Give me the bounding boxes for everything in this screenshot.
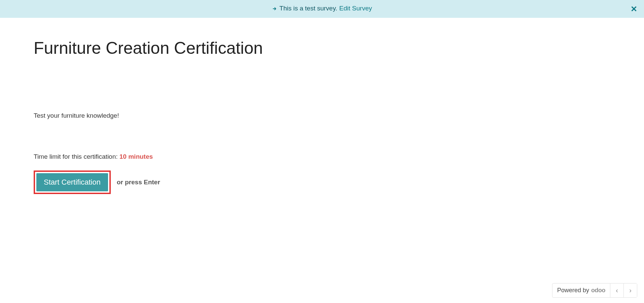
close-icon: ✕ [631,4,637,13]
close-banner-button[interactable]: ✕ [631,5,637,13]
footer-widget: Powered by odoo ‹ › [552,283,637,298]
time-limit-value: 10 minutes [120,153,153,160]
powered-by-text: Powered by [557,287,589,294]
arrow-right-icon [272,6,277,11]
time-limit-text: Time limit for this certification: 10 mi… [34,153,370,160]
chevron-right-icon: › [629,287,632,294]
odoo-logo[interactable]: odoo [591,287,605,294]
main-content: Furniture Creation Certification Test yo… [0,18,404,214]
chevron-left-icon: ‹ [616,287,618,294]
press-enter-hint: or press Enter [117,179,160,186]
powered-by-label: Powered by odoo [552,283,610,297]
action-row: Start Certification or press Enter [34,171,370,194]
footer-nav: ‹ › [610,283,637,297]
banner-message: This is a test survey. [279,5,337,12]
nav-next-button[interactable]: › [623,283,637,297]
test-survey-banner: This is a test survey. Edit Survey ✕ [0,0,644,18]
survey-subtitle: Test your furniture knowledge! [34,112,370,119]
start-certification-button[interactable]: Start Certification [36,173,108,191]
highlight-annotation: Start Certification [34,171,111,194]
edit-survey-link[interactable]: Edit Survey [339,5,372,12]
nav-prev-button[interactable]: ‹ [610,283,623,297]
page-title: Furniture Creation Certification [34,38,370,58]
time-limit-label: Time limit for this certification: [34,153,118,160]
